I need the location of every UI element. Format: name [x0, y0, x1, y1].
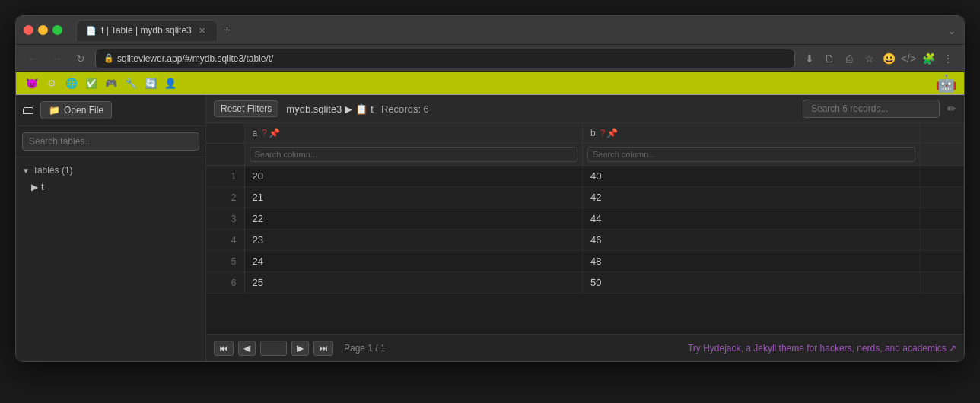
reload-button[interactable]: ↻ — [72, 50, 89, 67]
search-column-a-input[interactable] — [250, 147, 578, 162]
ext-icon-6[interactable]: 🔧 — [123, 75, 139, 92]
search-tables-input[interactable] — [22, 132, 199, 151]
search-col-a — [244, 144, 582, 166]
column-header-b: b ? 📌 — [582, 123, 920, 144]
column-headers-row: a ? 📌 b — [206, 123, 964, 144]
ext-icon-2[interactable]: ⚙ — [43, 75, 60, 92]
row-extra-cell — [921, 187, 964, 208]
breadcrumb: mydb.sqlite3 ▶ 📋 t — [286, 103, 374, 115]
tables-header[interactable]: ▼ Tables (1) — [16, 162, 205, 179]
reset-filters-button[interactable]: Reset Filters — [214, 100, 278, 117]
edit-icon[interactable]: ✏ — [947, 103, 956, 115]
first-page-button[interactable]: ⏮ — [214, 341, 234, 356]
next-page-button[interactable]: ▶ — [291, 341, 309, 356]
breadcrumb-db: mydb.sqlite3 — [286, 103, 342, 115]
open-file-button[interactable]: 📁 Open File — [40, 101, 112, 119]
window-chevron[interactable]: ⌄ — [947, 24, 956, 36]
table-item-t[interactable]: ▶ t — [16, 179, 205, 195]
page-info: Page 1 / 1 — [344, 343, 386, 354]
row-b-cell: 46 — [582, 230, 920, 251]
ext-icon-4[interactable]: ✅ — [83, 75, 100, 92]
profile-icon[interactable]: 😀 — [880, 50, 897, 67]
ext-icon-3[interactable]: 🌐 — [63, 75, 80, 92]
tab-label: t | Table | mydb.sqlite3 — [101, 25, 192, 36]
row-b-cell: 42 — [582, 187, 920, 208]
search-tables-area — [16, 126, 205, 157]
main-content: 🗃 📁 Open File ▼ Tables (1) ▶ t — [16, 95, 964, 361]
extensions-bar: 😈 ⚙ 🌐 ✅ 🎮 🔧 🔄 👤 🤖 — [16, 72, 964, 95]
back-button[interactable]: ← — [24, 50, 42, 67]
search-row-num — [206, 144, 244, 166]
sidebar-header: 🗃 📁 Open File — [16, 95, 205, 126]
db-icon: 🗃 — [22, 103, 34, 117]
ext-icon-5[interactable]: 🎮 — [103, 75, 119, 92]
tab-icon: 📄 — [86, 26, 97, 36]
row-extra-cell — [921, 208, 964, 230]
table-row: 3 22 44 — [206, 208, 964, 230]
chevron-down-icon: ▼ — [22, 167, 30, 175]
col-a-question-icon[interactable]: ? — [262, 128, 267, 138]
row-num-cell: 5 — [206, 251, 244, 272]
row-extra-cell — [921, 230, 964, 251]
new-tab-button[interactable]: + — [218, 22, 237, 39]
forward-button[interactable]: → — [48, 50, 66, 67]
address-bar: ← → ↻ 🔒 sqliteviewer.app/#/mydb.sqlite3/… — [16, 45, 964, 72]
row-b-cell: 48 — [582, 251, 920, 272]
star-icon[interactable]: ☆ — [861, 50, 877, 67]
address-input[interactable]: 🔒 sqliteviewer.app/#/mydb.sqlite3/table/… — [95, 49, 795, 68]
minimize-button[interactable] — [38, 25, 48, 35]
page-number-input[interactable]: 1 — [260, 341, 287, 356]
row-a-cell: 24 — [244, 251, 582, 272]
row-num-cell: 1 — [206, 166, 244, 187]
breadcrumb-table: t — [371, 103, 374, 115]
title-bar: 📄 t | Table | mydb.sqlite3 ✕ + ⌄ — [16, 16, 964, 45]
main-panel: Reset Filters mydb.sqlite3 ▶ 📋 t Records… — [206, 95, 964, 361]
code-icon[interactable]: </> — [900, 50, 917, 67]
col-a-pin-icon[interactable]: 📌 — [269, 128, 280, 138]
row-a-cell: 21 — [244, 187, 582, 208]
ext-icon-7[interactable]: 🔄 — [142, 75, 159, 92]
table-row: 2 21 42 — [206, 187, 964, 208]
download-icon[interactable]: ⬇ — [801, 50, 818, 67]
ext-icon-1[interactable]: 😈 — [24, 75, 40, 92]
row-b-cell: 50 — [582, 272, 920, 294]
prev-page-button[interactable]: ◀ — [238, 341, 256, 356]
row-a-cell: 20 — [244, 166, 582, 187]
row-extra-cell — [921, 272, 964, 294]
puzzle-icon[interactable]: 🧩 — [920, 50, 937, 67]
pagination: ⏮ ◀ 1 ▶ ⏭ Page 1 / 1 Try Hydejack, a Jek… — [206, 334, 964, 361]
close-button[interactable] — [24, 25, 33, 35]
tab-close-button[interactable]: ✕ — [196, 25, 208, 36]
breadcrumb-table-icon: 📋 — [355, 103, 368, 115]
table-arrow-icon: ▶ — [31, 182, 38, 192]
search-col-b — [582, 144, 920, 166]
table-container[interactable]: a ? 📌 b — [206, 123, 964, 334]
search-records-input[interactable] — [803, 100, 940, 118]
maximize-button[interactable] — [52, 25, 62, 35]
row-b-cell: 40 — [582, 166, 920, 187]
browser-icons: ⬇ 🗋 ⎙ ☆ 😀 </> 🧩 ⋮ — [801, 50, 956, 67]
table-row: 4 23 46 — [206, 230, 964, 251]
search-column-b-input[interactable] — [587, 147, 915, 162]
table-row: 5 24 48 — [206, 251, 964, 272]
row-b-cell: 44 — [582, 208, 920, 230]
traffic-lights — [24, 25, 62, 35]
android-logo: 🤖 — [936, 74, 956, 94]
more-icon[interactable]: ⋮ — [940, 50, 956, 67]
last-page-button[interactable]: ⏭ — [313, 341, 333, 356]
active-tab[interactable]: 📄 t | Table | mydb.sqlite3 ✕ — [76, 20, 218, 41]
col-b-pin-icon[interactable]: 📌 — [606, 128, 618, 138]
share-icon[interactable]: ⎙ — [841, 50, 858, 67]
row-num-cell: 2 — [206, 187, 244, 208]
url-text: sqliteviewer.app/#/mydb.sqlite3/table/t/ — [117, 53, 273, 64]
ext-icon-8[interactable]: 👤 — [162, 75, 179, 92]
row-extra-cell — [921, 251, 964, 272]
upload-icon[interactable]: 🗋 — [821, 50, 838, 67]
row-a-cell: 22 — [244, 208, 582, 230]
hydejack-link[interactable]: Try Hydejack, a Jekyll theme for hackers… — [688, 343, 956, 354]
row-num-cell: 6 — [206, 272, 244, 294]
tabs-area: 📄 t | Table | mydb.sqlite3 ✕ + — [76, 20, 941, 41]
col-b-question-icon[interactable]: ? — [600, 128, 606, 138]
extra-header — [921, 123, 964, 144]
row-extra-cell — [921, 166, 964, 187]
